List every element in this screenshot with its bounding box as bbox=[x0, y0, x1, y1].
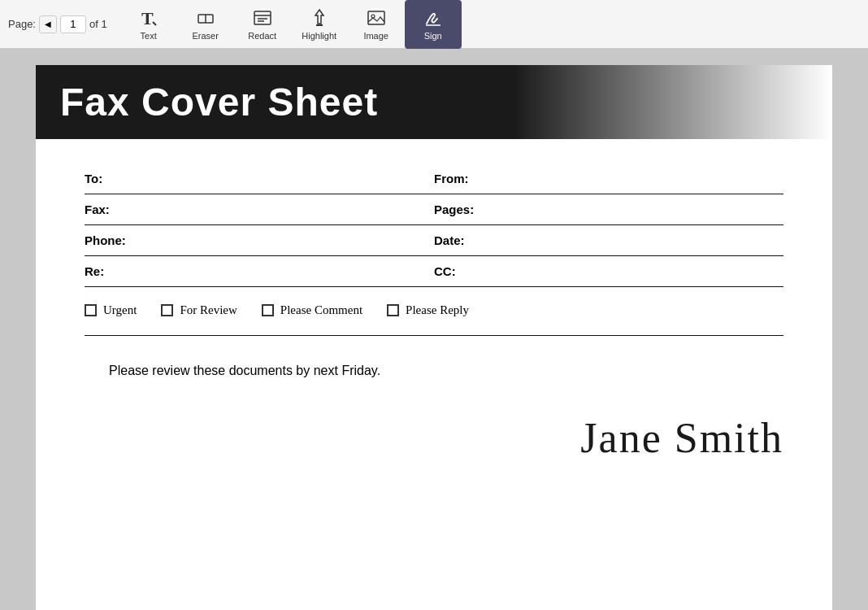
date-value bbox=[483, 247, 783, 249]
phone-value bbox=[133, 247, 434, 249]
date-label: Date: bbox=[434, 233, 483, 249]
from-cell: From: bbox=[434, 172, 783, 187]
please-comment-label: Please Comment bbox=[280, 303, 362, 317]
document: Fax Cover Sheet To: From: Fax: bbox=[36, 65, 832, 610]
checkbox-please-comment[interactable]: Please Comment bbox=[262, 303, 362, 317]
fax-header: Fax Cover Sheet bbox=[36, 65, 832, 139]
for-review-checkbox-box[interactable] bbox=[161, 304, 173, 316]
urgent-checkbox-box[interactable] bbox=[85, 304, 97, 316]
from-value bbox=[483, 185, 783, 187]
cc-cell: CC: bbox=[434, 264, 783, 280]
phone-label: Phone: bbox=[85, 233, 133, 249]
pages-cell: Pages: bbox=[434, 203, 783, 218]
separator-line bbox=[85, 335, 783, 336]
checkbox-please-reply[interactable]: Please Reply bbox=[387, 303, 469, 317]
urgent-label: Urgent bbox=[103, 303, 137, 317]
form-body: To: From: Fax: Pages: bbox=[36, 163, 832, 414]
re-value bbox=[133, 278, 434, 280]
signature-area: Jane Smith bbox=[36, 414, 832, 495]
sign-tool-label: Sign bbox=[424, 31, 442, 41]
highlight-tool-label: Highlight bbox=[302, 31, 336, 41]
image-tool-label: Image bbox=[363, 31, 388, 41]
sign-tool-button[interactable]: Sign bbox=[405, 0, 462, 49]
image-tool-button[interactable]: Image bbox=[348, 0, 405, 49]
highlight-icon bbox=[309, 7, 330, 28]
prev-page-button[interactable]: ◀ bbox=[39, 15, 57, 33]
page-label: Page: bbox=[8, 18, 36, 30]
main-content: Fax Cover Sheet To: From: Fax: bbox=[0, 49, 868, 610]
re-cell: Re: bbox=[85, 264, 434, 280]
checkbox-row: Urgent For Review Please Comment Please … bbox=[85, 287, 783, 330]
form-row-re-cc: Re: CC: bbox=[85, 256, 783, 287]
image-icon bbox=[366, 7, 387, 28]
pages-value bbox=[483, 216, 783, 218]
eraser-tool-label: Eraser bbox=[192, 31, 218, 41]
please-reply-checkbox-box[interactable] bbox=[387, 304, 399, 316]
to-value bbox=[133, 185, 434, 187]
total-pages: of 1 bbox=[89, 18, 107, 30]
text-tool-button[interactable]: T Text bbox=[120, 0, 177, 49]
message-text: Please review these documents by next Fr… bbox=[109, 364, 380, 377]
fax-value bbox=[133, 216, 434, 218]
to-label: To: bbox=[85, 172, 133, 187]
to-cell: To: bbox=[85, 172, 434, 187]
svg-text:T: T bbox=[141, 8, 154, 28]
fax-title: Fax Cover Sheet bbox=[60, 80, 808, 124]
page-number-input[interactable] bbox=[60, 15, 86, 33]
cc-value bbox=[483, 278, 783, 280]
signature: Jane Smith bbox=[36, 414, 783, 462]
svg-marker-8 bbox=[315, 10, 323, 24]
redact-tool-label: Redact bbox=[248, 31, 276, 41]
form-row-to-from: To: From: bbox=[85, 163, 783, 194]
message-body: Please review these documents by next Fr… bbox=[85, 360, 783, 414]
date-cell: Date: bbox=[434, 233, 783, 249]
checkbox-for-review[interactable]: For Review bbox=[161, 303, 237, 317]
highlight-tool-button[interactable]: Highlight bbox=[291, 0, 348, 49]
re-label: Re: bbox=[85, 264, 133, 280]
for-review-label: For Review bbox=[180, 303, 237, 317]
phone-cell: Phone: bbox=[85, 233, 434, 249]
please-reply-label: Please Reply bbox=[406, 303, 469, 317]
svg-rect-4 bbox=[254, 11, 271, 24]
please-comment-checkbox-box[interactable] bbox=[262, 304, 274, 316]
sign-icon bbox=[423, 7, 444, 28]
cc-label: CC: bbox=[434, 264, 483, 280]
form-row-phone-date: Phone: Date: bbox=[85, 225, 783, 256]
redact-icon bbox=[252, 7, 273, 28]
toolbar: Page: ◀ of 1 T Text Eraser bbox=[0, 0, 868, 49]
fax-cell: Fax: bbox=[85, 203, 434, 218]
page-navigation: Page: ◀ of 1 bbox=[8, 15, 107, 33]
fax-label: Fax: bbox=[85, 203, 133, 218]
text-icon: T bbox=[138, 7, 159, 28]
eraser-icon bbox=[195, 7, 216, 28]
text-tool-label: Text bbox=[141, 31, 157, 41]
eraser-tool-button[interactable]: Eraser bbox=[177, 0, 234, 49]
checkbox-urgent[interactable]: Urgent bbox=[85, 303, 137, 317]
redact-tool-button[interactable]: Redact bbox=[234, 0, 291, 49]
form-row-fax-pages: Fax: Pages: bbox=[85, 194, 783, 225]
pages-label: Pages: bbox=[434, 203, 483, 218]
svg-rect-10 bbox=[368, 11, 384, 24]
from-label: From: bbox=[434, 172, 483, 187]
